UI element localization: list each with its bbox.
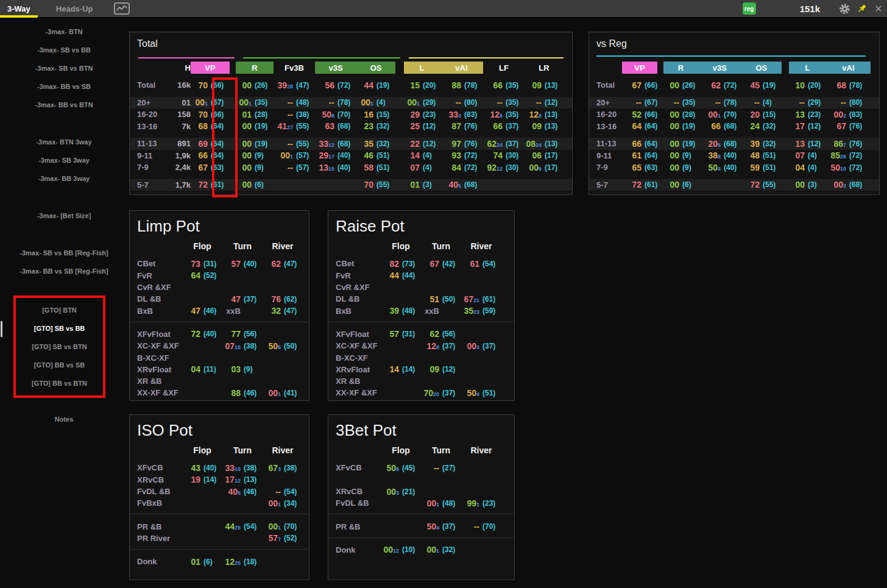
stat-value: 4425 [222,521,241,532]
sidebar-item[interactable]: -3max- [Bet Size] [0,207,128,225]
stat-row: FvR44(44) [328,270,514,282]
close-icon[interactable]: ✕ [870,3,887,15]
panel-title: vs Reg [596,38,872,49]
sidebar-item[interactable]: -3max- SB 3way [0,151,128,169]
stat-value: 09 [421,364,439,375]
hands-value: 158 [165,110,191,119]
row-label: 20+ [137,98,165,107]
stat-value: 003 [461,341,479,352]
stat-row: 5-772(61)00(6)72(55)00(3)002(68) [589,179,879,191]
stat-sample: (37) [439,342,461,350]
stat-value: 01 [404,179,420,190]
stat-sample: (35) [503,98,525,107]
row-label: B-XC-XF [336,353,381,363]
col-header-lf: LF [483,62,525,74]
stat-sample: (3) [805,180,827,189]
pin-icon[interactable] [853,3,870,15]
tab-3way[interactable]: 3-Way [0,0,38,18]
stat-value: 46 [356,150,373,161]
sidebar-item[interactable]: -3max- BB vs SB [0,77,128,96]
stat-value: 504 [701,162,721,173]
sidebar-group-notes: Notes [0,410,128,428]
sidebar-item[interactable]: -3max- BB 3way [0,169,128,188]
limp-group-underline [409,57,564,58]
stat-value: 19 [182,474,200,485]
tab-heads-up-label: Heads-Up [56,4,93,13]
row-label: PR &B [137,522,182,531]
row-label: 20+ [596,98,622,107]
sidebar-item[interactable]: -3max- SB vs BTN [0,59,128,77]
stat-sample: (38) [241,342,263,350]
stat-value: 1712 [222,474,241,485]
reg-filter-badge[interactable]: reg [743,2,756,15]
sidebar-item[interactable]: [GTO] BB vs SB [16,356,103,374]
sidebar-item[interactable]: -3max- BB vs BTN [0,96,128,114]
stat-row: Donk0012(10)001(32) [328,544,514,556]
stat-row: XFvFloat72(40)77(56) [130,328,309,340]
stat-value: 13 [789,138,805,149]
stat-sample: (28) [252,110,274,119]
sidebar-item[interactable]: Notes [0,410,128,428]
stat-sample: (50) [439,295,461,303]
stat-value: 001 [274,150,293,161]
stat-sample: (19) [252,140,274,148]
row-label: FvDL &B [336,498,381,508]
stat-value: 2917 [315,150,334,161]
stat-sample: (57) [293,151,315,160]
stat-sample: (9) [679,163,701,172]
stat-sample: (4) [420,163,442,172]
line-chart-icon[interactable] [114,2,130,15]
stat-value: 66 [701,121,721,132]
row-label: CBet [137,259,182,268]
stat-row: 16-2052(66)00(28)001(70)20(15)13(23)002(… [589,108,879,121]
stat-sample: (78) [721,98,743,107]
stat-row: FvDL &B001(48)991(23) [328,497,514,509]
stat-sample: (48) [293,98,315,107]
stat-value: 09 [525,121,542,132]
stat-row: XC-XF &XF128(37)003(37) [328,340,514,352]
stat-sample: (52) [200,271,222,280]
stat-sample: (76) [846,140,871,148]
stat-value: 00 [236,80,252,91]
stat-value: 58 [356,162,373,173]
row-label: XFvFloat [137,330,182,339]
stat-sample: (68) [334,122,356,130]
stat-sample: (4) [420,151,442,160]
stat-value: 35 [356,138,373,149]
sidebar-item[interactable]: [GTO] BTN [16,301,103,319]
stat-sample: (51) [760,151,789,160]
street-header-river: River [461,445,501,455]
row-label: 11-13 [137,139,165,148]
stat-sample: (40) [200,464,222,472]
stat-sample: (14) [200,475,222,484]
stat-sample: (23) [479,499,501,508]
stat-row: BxB47(46)xxB32(47) [130,305,309,316]
stat-sample: (40) [721,151,743,160]
stat-sample: (23) [805,110,827,119]
limp-pot-panel: Limp PotFlopTurnRiverCBet73(31)57(40)62(… [129,210,309,401]
stat-sample: (15) [760,110,789,119]
stat-value: 0012 [381,544,399,555]
stat-value: 506 [263,341,281,352]
sidebar-item[interactable]: -3max- SB vs BB [Reg-Fish] [0,244,128,262]
panel-title: Limp Pot [137,217,302,235]
scrollbar-thumb[interactable] [1,321,2,337]
sidebar-item[interactable]: -3max- BTN 3way [0,133,128,151]
sidebar-item[interactable]: [GTO] SB vs BTN [16,338,103,356]
sidebar-item[interactable]: [GTO] SB vs BB [16,319,103,338]
stat-value: 67 [622,80,641,91]
sidebar-item[interactable]: -3max- BTN [0,23,128,41]
tab-heads-up[interactable]: Heads-Up [49,0,101,18]
row-label: FvBxB [137,498,182,508]
gear-icon[interactable] [836,3,853,15]
sidebar-item[interactable]: [GTO] BB vs BTN [16,374,103,392]
stat-sample: (37) [503,122,525,130]
street-header-flop: Flop [182,241,222,251]
stat-value: 6721 [461,294,479,305]
stat-sample: (56) [439,330,461,338]
sidebar-item[interactable]: -3max- SB vs BB [0,41,128,59]
stat-value: 3928 [274,80,293,91]
stat-value: 16 [356,109,373,120]
stat-value: -- [525,97,542,108]
sidebar-item[interactable]: -3max- BB vs SB [Reg-Fish] [0,262,128,280]
